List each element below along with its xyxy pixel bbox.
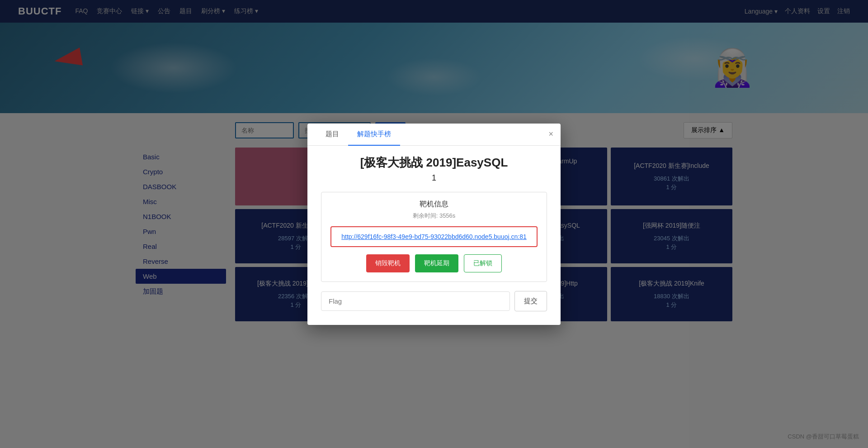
modal-close-button[interactable]: × — [548, 130, 553, 138]
target-timer-label: 剩余时间: — [413, 212, 438, 219]
modal-overlay[interactable]: 题目 解题快手榜 × [极客大挑战 2019]EasySQL 1 靶机信息 剩余… — [0, 0, 868, 330]
target-timer-value: 3556s — [439, 212, 455, 219]
modal-tab-bar: 题目 解题快手榜 × — [307, 124, 561, 146]
tab-leaderboard[interactable]: 解题快手榜 — [348, 124, 400, 146]
target-info-box: 靶机信息 剩余时间: 3556s http://629f16fc-98f3-49… — [321, 192, 547, 282]
target-info-title: 靶机信息 — [330, 200, 538, 209]
modal-body: [极客大挑战 2019]EasySQL 1 靶机信息 剩余时间: 3556s h… — [307, 146, 561, 325]
target-url-box: http://629f16fc-98f3-49e9-bd75-93022bbd6… — [330, 226, 538, 247]
already-solved-button[interactable]: 已解锁 — [464, 254, 502, 272]
extend-target-button[interactable]: 靶机延期 — [415, 254, 458, 272]
challenge-modal: 题目 解题快手榜 × [极客大挑战 2019]EasySQL 1 靶机信息 剩余… — [307, 124, 561, 325]
submit-flag-button[interactable]: 提交 — [514, 291, 547, 311]
destroy-target-button[interactable]: 销毁靶机 — [366, 254, 410, 272]
flag-input[interactable] — [321, 291, 510, 311]
target-actions: 销毁靶机 靶机延期 已解锁 — [330, 254, 538, 272]
flag-submit-row: 提交 — [321, 291, 547, 311]
target-timer: 剩余时间: 3556s — [330, 212, 538, 220]
tab-problem[interactable]: 题目 — [316, 124, 348, 146]
modal-challenge-score: 1 — [321, 173, 547, 183]
target-url-link[interactable]: http://629f16fc-98f3-49e9-bd75-93022bbd6… — [341, 233, 526, 240]
modal-challenge-title: [极客大挑战 2019]EasySQL — [321, 155, 547, 171]
